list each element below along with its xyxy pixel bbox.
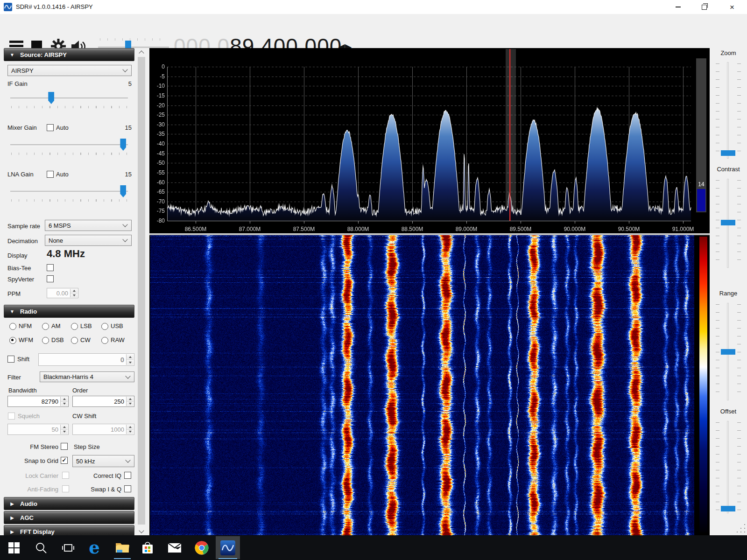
display-bw-label: Display <box>7 252 28 259</box>
offset-slider[interactable] <box>710 421 747 513</box>
squelch-input[interactable]: 50 <box>7 424 69 435</box>
mode-usb-radio[interactable] <box>101 323 108 330</box>
edge-browser-button[interactable]: e <box>83 536 106 559</box>
fm-stereo-checkbox[interactable] <box>61 443 68 450</box>
close-icon: × <box>730 3 734 11</box>
mode-wfm-radio[interactable] <box>9 337 16 344</box>
mail-icon <box>168 543 182 553</box>
mode-nfm-radio[interactable] <box>9 323 16 330</box>
range-slider[interactable] <box>710 303 747 400</box>
shift-input[interactable]: 0 <box>38 353 134 366</box>
agc-panel-header[interactable]: ▶ AGC <box>4 511 134 524</box>
ppm-value: 0.00 <box>56 290 68 297</box>
audio-panel-header[interactable]: ▶ Audio <box>4 497 134 510</box>
microsoft-store-button[interactable] <box>136 536 159 559</box>
filter-select[interactable]: Blackman-Harris 4 <box>40 371 134 382</box>
zoom-slider-thumb[interactable] <box>721 150 735 156</box>
mode-cw-radio[interactable] <box>71 337 78 344</box>
order-value: 250 <box>114 398 124 405</box>
source-panel-header[interactable]: ▼ Source: AIRSPY <box>4 48 134 61</box>
correct-iq-checkbox[interactable] <box>124 472 131 479</box>
minimize-button[interactable] <box>667 0 689 14</box>
sidebar-scrollbar[interactable] <box>137 48 146 535</box>
lna-gain-slider-thumb[interactable] <box>120 185 126 197</box>
lna-gain-value: 15 <box>117 171 132 178</box>
zoom-slider[interactable] <box>710 62 747 159</box>
chrome-button[interactable] <box>190 536 213 559</box>
range-slider-thumb[interactable] <box>721 349 735 355</box>
snap-to-grid-checkbox[interactable] <box>61 457 68 464</box>
if-gain-slider-thumb[interactable] <box>48 92 54 104</box>
lock-carrier-checkbox[interactable] <box>62 472 69 479</box>
file-explorer-button[interactable] <box>111 536 134 559</box>
sdrsharp-taskbar-button[interactable] <box>216 536 240 559</box>
device-select[interactable]: AIRSPY <box>7 65 132 76</box>
shift-spinner[interactable] <box>126 354 134 365</box>
step-size-select[interactable]: 50 kHz <box>72 455 134 467</box>
lna-auto-checkbox[interactable] <box>47 171 54 178</box>
fft-display-panel-header[interactable]: ▶ FFT Display <box>4 525 134 535</box>
swap-iq-checkbox[interactable] <box>124 485 131 492</box>
waterfall-display[interactable] <box>149 235 710 535</box>
order-label: Order <box>72 387 88 394</box>
chevron-up-icon <box>139 50 144 56</box>
contrast-slider[interactable] <box>710 179 747 268</box>
search-button[interactable] <box>30 536 52 559</box>
offset-slider-thumb[interactable] <box>721 506 735 511</box>
restore-button[interactable] <box>693 0 715 14</box>
search-icon <box>35 542 47 554</box>
decimation-select[interactable]: None <box>45 235 132 246</box>
collapse-arrow-icon: ▼ <box>4 309 20 314</box>
contrast-slider-thumb[interactable] <box>721 220 735 225</box>
offset-slider-label: Offset <box>710 408 747 415</box>
scroll-down-button[interactable] <box>137 527 146 535</box>
bandwidth-spinner[interactable] <box>60 397 68 406</box>
mode-raw-radio[interactable] <box>101 337 108 344</box>
ppm-input[interactable]: 0.00 <box>47 288 78 298</box>
mixer-gain-slider[interactable] <box>10 138 128 156</box>
audio-panel-title: Audio <box>20 500 37 507</box>
mode-am-radio[interactable] <box>42 323 49 330</box>
mode-usb-label: USB <box>111 322 123 329</box>
control-sidebar: ▼ Source: AIRSPY AIRSPY IF Gain 5 Mixer … <box>0 48 137 535</box>
ppm-label: PPM <box>7 290 21 297</box>
source-panel-title: Source: AIRSPY <box>20 51 67 58</box>
spyverter-checkbox[interactable] <box>47 275 54 282</box>
bias-tee-checkbox[interactable] <box>47 264 54 271</box>
cw-shift-input[interactable]: 1000 <box>72 424 134 435</box>
close-button[interactable]: × <box>721 0 743 14</box>
mixer-gain-slider-thumb[interactable] <box>120 139 126 151</box>
mail-button[interactable] <box>163 536 186 559</box>
radio-panel-header[interactable]: ▼ Radio <box>4 305 134 318</box>
start-button[interactable] <box>3 536 25 559</box>
mode-am-label: AM <box>51 322 61 329</box>
if-gain-slider[interactable] <box>10 91 128 109</box>
squelch-spinner[interactable] <box>60 425 68 434</box>
app-logo-icon <box>4 3 12 11</box>
squelch-checkbox[interactable] <box>8 413 15 420</box>
order-input[interactable]: 250 <box>72 396 134 407</box>
anti-fading-checkbox[interactable] <box>62 485 69 492</box>
sample-rate-label: Sample rate <box>7 223 40 230</box>
bandwidth-value: 82790 <box>42 398 58 405</box>
mode-lsb-radio[interactable] <box>71 323 78 330</box>
lna-gain-slider[interactable] <box>10 185 128 203</box>
mode-dsb-radio[interactable] <box>42 337 49 344</box>
shift-checkbox[interactable] <box>7 356 14 363</box>
scrollbar-thumb[interactable] <box>138 57 145 525</box>
sample-rate-select[interactable]: 6 MSPS <box>45 220 132 231</box>
chevron-down-icon <box>122 67 127 72</box>
mixer-auto-checkbox[interactable] <box>47 124 54 131</box>
sample-rate-value: 6 MSPS <box>49 222 71 229</box>
fft-display-panel-title: FFT Display <box>20 528 55 535</box>
task-view-button[interactable] <box>57 536 79 559</box>
lna-auto-label: Auto <box>56 171 69 178</box>
order-spinner[interactable] <box>126 397 134 406</box>
scroll-up-button[interactable] <box>137 48 146 56</box>
decimation-label: Decimation <box>7 238 38 245</box>
ppm-spinner[interactable] <box>70 289 78 297</box>
spectrum-display[interactable] <box>149 48 710 233</box>
swap-iq-label: Swap I & Q <box>75 486 121 493</box>
cw-shift-spinner[interactable] <box>126 425 134 434</box>
bandwidth-input[interactable]: 82790 <box>7 396 69 407</box>
